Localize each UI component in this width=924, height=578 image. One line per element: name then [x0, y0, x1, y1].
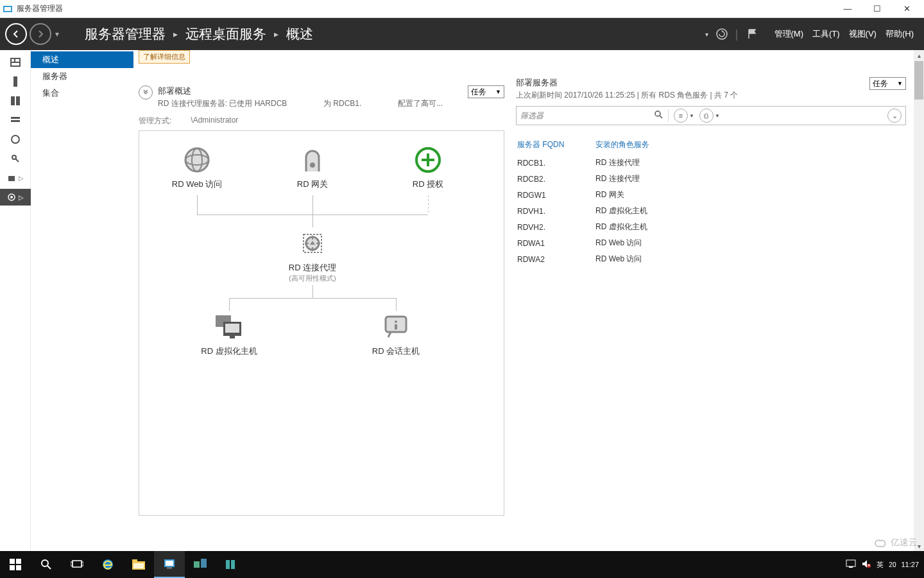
- rail-local-server-icon[interactable]: [3, 73, 28, 90]
- scroll-up-icon[interactable]: ▴: [914, 50, 924, 60]
- col-fqdn[interactable]: 服务器 FQDN: [517, 137, 594, 154]
- diagram-connector: [312, 285, 313, 298]
- table-row[interactable]: RDWA1RD Web 访问: [517, 236, 654, 250]
- server-manager-taskbar-icon[interactable]: [154, 551, 185, 578]
- breadcrumb-item[interactable]: 远程桌面服务: [185, 25, 266, 43]
- svg-rect-30: [395, 324, 397, 329]
- table-row[interactable]: RDCB2.RD 连接代理: [517, 171, 654, 186]
- table-row[interactable]: RDCB1.RD 连接代理: [517, 155, 654, 170]
- diagram-connector: [197, 215, 428, 215]
- rail-item-expandable[interactable]: ▷: [0, 170, 31, 186]
- nav-item-servers[interactable]: 服务器: [31, 68, 133, 85]
- expand-icon[interactable]: ⌄: [887, 109, 902, 123]
- system-tray: 英 20 11:27: [846, 559, 924, 570]
- table-row[interactable]: RDGW1RD 网关: [517, 188, 654, 202]
- filter-save-dropdown[interactable]: ⎙▼: [699, 109, 720, 123]
- diagram-connector: [396, 298, 397, 311]
- rail-file-services-icon[interactable]: [3, 112, 28, 128]
- table-row[interactable]: RDWA2RD Web 访问: [517, 252, 654, 267]
- manage-row: 管理方式: \Administrator: [139, 113, 504, 129]
- virt-host-icon: [184, 311, 274, 343]
- table-row[interactable]: RDVH1.RD 虚拟化主机: [517, 204, 654, 218]
- search-button[interactable]: [31, 551, 62, 578]
- svg-rect-42: [132, 559, 137, 563]
- history-dropdown-icon[interactable]: ▾: [55, 30, 59, 39]
- nav-panel: 概述 服务器 集合: [31, 50, 133, 551]
- nav-item-overview[interactable]: 概述: [31, 51, 133, 68]
- view-menu[interactable]: 视图(V): [849, 28, 877, 40]
- minimize-button[interactable]: —: [833, 0, 862, 18]
- breadcrumb-sep-icon: ▸: [274, 29, 278, 39]
- save-icon: ⎙: [699, 109, 714, 123]
- tasks-dropdown[interactable]: 任务: [869, 77, 906, 90]
- svg-point-12: [12, 136, 19, 143]
- tasks-dropdown[interactable]: 任务: [468, 85, 504, 98]
- scrollbar-thumb[interactable]: [914, 61, 923, 100]
- collapse-icon[interactable]: [139, 85, 153, 100]
- session-host-icon: [351, 311, 441, 343]
- svg-point-36: [42, 560, 48, 566]
- svg-rect-34: [10, 565, 15, 570]
- separator-icon: |: [735, 28, 739, 41]
- svg-point-53: [867, 564, 871, 568]
- taskbar: 英 20 11:27: [0, 551, 924, 578]
- col-role[interactable]: 安装的角色服务: [595, 137, 654, 154]
- rail-dashboard-icon[interactable]: [3, 54, 28, 71]
- separator: [668, 109, 669, 122]
- filter-input[interactable]: [520, 107, 649, 125]
- svg-rect-39: [81, 562, 83, 566]
- svg-point-20: [310, 162, 315, 168]
- header-dropdown-icon[interactable]: ▾: [705, 31, 708, 38]
- breadcrumb-item[interactable]: 概述: [286, 25, 313, 43]
- refresh-icon[interactable]: [715, 27, 729, 41]
- maximize-button[interactable]: ☐: [862, 0, 892, 18]
- close-button[interactable]: ✕: [892, 0, 921, 18]
- node-rd-broker[interactable]: RD 连接代理 (高可用性模式): [268, 227, 357, 283]
- tray-volume-icon[interactable]: [861, 559, 871, 570]
- flag-icon[interactable]: [745, 27, 759, 41]
- node-rd-virt-host[interactable]: RD 虚拟化主机: [184, 311, 274, 357]
- back-button[interactable]: [5, 23, 27, 45]
- tray-monitor-icon[interactable]: [846, 559, 856, 570]
- explorer-icon[interactable]: [123, 551, 154, 578]
- search-icon[interactable]: [654, 110, 663, 121]
- svg-rect-33: [16, 559, 21, 564]
- deployment-servers-title: 部署服务器: [516, 77, 864, 89]
- manage-menu[interactable]: 管理(M): [774, 28, 804, 40]
- ime-num[interactable]: 20: [889, 561, 896, 568]
- svg-rect-8: [11, 96, 15, 105]
- deployment-diagram: RD Web 访问 RD 网关 RD 授权 RD 连接: [139, 130, 504, 516]
- info-banner[interactable]: 了解详细信息: [139, 50, 190, 64]
- taskview-button[interactable]: [62, 551, 92, 578]
- servers-table: 服务器 FQDN 安装的角色服务 RDCB1.RD 连接代理 RDCB2.RD …: [516, 136, 656, 268]
- rail-rds-icon[interactable]: ▷: [0, 189, 31, 206]
- rail-key-icon[interactable]: [3, 150, 28, 167]
- taskbar-app-icon[interactable]: [216, 551, 246, 578]
- breadcrumb-item[interactable]: 服务器管理器: [85, 25, 166, 43]
- forward-button[interactable]: [30, 23, 51, 45]
- icon-rail: ▷ ▷: [0, 50, 31, 551]
- node-rd-gateway[interactable]: RD 网关: [268, 144, 357, 190]
- rail-all-servers-icon[interactable]: [3, 92, 28, 109]
- taskbar-app-icon[interactable]: [185, 551, 216, 578]
- rail-iis-icon[interactable]: [3, 131, 28, 148]
- svg-rect-35: [16, 565, 21, 570]
- start-button[interactable]: [0, 551, 31, 578]
- window-title: 服务器管理器: [17, 3, 63, 14]
- svg-rect-4: [12, 59, 14, 62]
- tools-menu[interactable]: 工具(T): [812, 28, 840, 40]
- node-rd-session-host[interactable]: RD 会话主机: [351, 311, 441, 357]
- svg-point-31: [655, 111, 660, 116]
- ime-indicator[interactable]: 英: [877, 560, 884, 570]
- vertical-scrollbar[interactable]: ▴ ▾: [914, 50, 924, 551]
- node-rd-license[interactable]: RD 授权: [383, 144, 473, 190]
- node-rd-web[interactable]: RD Web 访问: [152, 144, 242, 190]
- clock[interactable]: 11:27: [901, 561, 919, 568]
- nav-item-collections[interactable]: 集合: [31, 85, 133, 101]
- help-menu[interactable]: 帮助(H): [886, 28, 914, 40]
- ie-icon[interactable]: [92, 551, 123, 578]
- filter-bar: ≡▼ ⎙▼ ⌄: [516, 106, 906, 125]
- table-row[interactable]: RDVH2.RD 虚拟化主机: [517, 220, 654, 234]
- svg-rect-52: [849, 566, 853, 568]
- filter-view-dropdown[interactable]: ≡▼: [674, 109, 694, 123]
